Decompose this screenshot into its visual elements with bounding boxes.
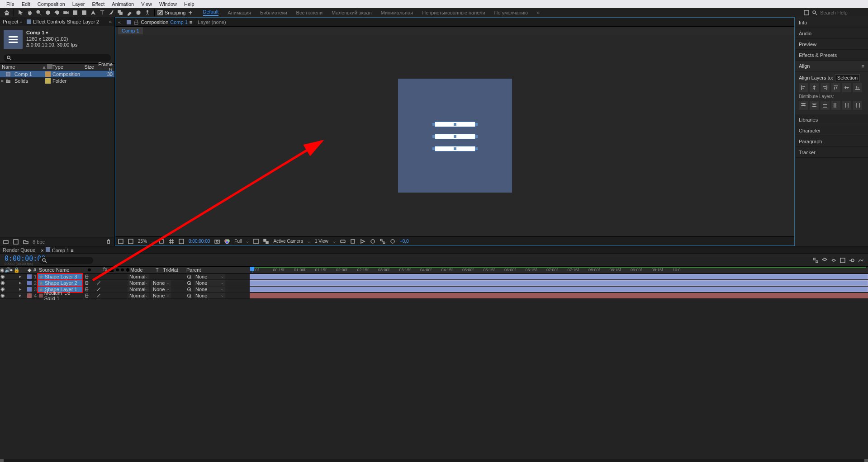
pickwhip-icon[interactable] xyxy=(186,287,192,292)
quality-switch-icon[interactable] xyxy=(98,267,103,273)
snapping-checkbox[interactable]: Snapping xyxy=(157,10,193,15)
expand-twirl-icon[interactable]: ▸ xyxy=(19,273,22,279)
t-col[interactable]: T xyxy=(156,267,163,273)
shy-switch-icon[interactable] xyxy=(87,267,92,273)
col-size[interactable]: Size xyxy=(82,64,96,70)
visibility-toggle[interactable]: ◉ xyxy=(0,286,5,292)
menu-effect[interactable]: Effect xyxy=(88,1,108,7)
label-color[interactable] xyxy=(27,274,32,279)
parent-dropdown[interactable]: None⌵ xyxy=(194,287,225,292)
quality-switch-icon[interactable] xyxy=(96,287,101,292)
label-color[interactable] xyxy=(27,281,32,285)
distribute-hcenter-icon[interactable] xyxy=(842,101,851,110)
distribute-vcenter-icon[interactable] xyxy=(810,101,819,110)
workspace-default-ru[interactable]: По умолчанию xyxy=(494,10,528,15)
layer-duration-bar[interactable] xyxy=(250,287,868,292)
layer-row-2[interactable]: ◉▸2Shape Layer 2Normal⌵None⌵None⌵ xyxy=(0,280,250,286)
layer-row-3[interactable]: ◉▸3Shape Layer 1Normal⌵None⌵None⌵ xyxy=(0,286,250,292)
character-panel[interactable]: Character xyxy=(795,125,868,136)
region-icon[interactable] xyxy=(253,239,259,244)
shape-layer-3-rect[interactable] xyxy=(435,122,475,127)
menu-edit[interactable]: Edit xyxy=(18,1,34,7)
visibility-toggle[interactable]: ◉ xyxy=(0,292,5,298)
layer-tab[interactable]: Layer (none) xyxy=(198,19,226,25)
reset-switch-icon[interactable] xyxy=(84,280,90,286)
audio-panel[interactable]: Audio xyxy=(795,28,868,39)
mode-col[interactable]: Mode xyxy=(130,267,156,273)
workspace-minimal[interactable]: Минимальная xyxy=(381,10,413,15)
3d-switch-icon[interactable] xyxy=(125,267,130,273)
comp-mini-flowchart-icon[interactable] xyxy=(813,258,818,263)
alpha-icon[interactable] xyxy=(118,239,123,244)
grid-icon[interactable] xyxy=(169,239,174,244)
layer-name-cell[interactable]: Medium ...e Solid 1 xyxy=(38,290,82,301)
exposure-value[interactable]: +0,0 xyxy=(400,239,409,244)
distribute-bottom-icon[interactable] xyxy=(821,101,830,110)
lock-icon[interactable] xyxy=(133,19,139,25)
hide-shy-icon[interactable] xyxy=(831,258,836,263)
distribute-left-icon[interactable] xyxy=(831,101,840,110)
track-row-1[interactable] xyxy=(250,273,868,280)
track-row-3[interactable] xyxy=(250,286,868,292)
composition-tab[interactable]: Composition Comp 1 ≡ xyxy=(126,19,192,25)
solid-layer[interactable] xyxy=(398,79,512,193)
align-panel-header[interactable]: Align≡ xyxy=(795,61,868,71)
layer-name-cell[interactable]: Shape Layer 2 xyxy=(38,280,82,286)
rotate-tool-icon[interactable] xyxy=(53,9,61,17)
layer-switches[interactable] xyxy=(82,274,128,279)
menu-animation[interactable]: Animation xyxy=(108,1,138,7)
source-name-col[interactable]: Source Name xyxy=(38,267,85,273)
menu-help[interactable]: Help xyxy=(180,1,198,7)
audio-col-icon[interactable]: 🔊 xyxy=(5,267,9,273)
orbit-tool-icon[interactable] xyxy=(44,9,52,17)
pan-behind-tool-icon[interactable] xyxy=(71,9,79,17)
parent-dropdown[interactable]: None⌵ xyxy=(194,274,225,279)
visibility-toggle[interactable]: ◉ xyxy=(0,280,5,286)
snapshot-icon[interactable] xyxy=(214,239,220,244)
eye-col-icon[interactable]: ◉ xyxy=(0,267,5,273)
transparency-icon[interactable] xyxy=(263,239,269,244)
align-vcenter-icon[interactable] xyxy=(842,83,851,92)
home-icon[interactable] xyxy=(3,9,11,17)
solo-col-icon[interactable]: ● xyxy=(9,267,14,273)
draft-3d-icon[interactable] xyxy=(822,258,827,263)
workspace-libraries[interactable]: Библиотеки xyxy=(260,10,287,15)
parent-dropdown[interactable]: None⌵ xyxy=(194,293,225,298)
mode-dropdown[interactable]: Normal⌵ xyxy=(128,274,149,279)
paragraph-panel[interactable]: Paragraph xyxy=(795,136,868,147)
view-dropdown[interactable]: 1 View xyxy=(315,239,328,244)
snapping-options-icon[interactable] xyxy=(188,10,193,15)
quality-switch-icon[interactable] xyxy=(96,280,101,286)
timecode-display[interactable]: 0:00:00:00 xyxy=(189,239,210,244)
timeline-comp-tab[interactable]: × Comp 1 ≡ xyxy=(41,247,74,253)
frameblend-switch-icon[interactable] xyxy=(109,267,114,273)
lock-col-icon[interactable]: 🔒 xyxy=(14,267,18,273)
selection-tool-icon[interactable] xyxy=(17,9,25,17)
trash-icon[interactable] xyxy=(105,239,112,245)
menu-view[interactable]: View xyxy=(138,1,156,7)
timeline-search[interactable] xyxy=(39,257,93,264)
menu-file[interactable]: File xyxy=(3,1,18,7)
project-item-comp[interactable]: Comp 1 Composition 30 xyxy=(0,71,114,77)
hand-tool-icon[interactable] xyxy=(26,9,34,17)
playhead[interactable] xyxy=(252,267,252,273)
preview-panel[interactable]: Preview xyxy=(795,39,868,50)
mode-dropdown[interactable]: Normal⌵ xyxy=(128,280,149,286)
viewer-back-icon[interactable]: « xyxy=(118,19,121,25)
quality-switch-icon[interactable] xyxy=(96,293,101,298)
mode-dropdown[interactable]: Normal⌵ xyxy=(128,293,149,298)
camera-dropdown[interactable]: Active Camera xyxy=(273,239,303,244)
workspace-undocked[interactable]: Непристыкованные панели xyxy=(422,10,485,15)
align-hcenter-icon[interactable] xyxy=(810,83,819,92)
vr-icon[interactable] xyxy=(340,239,346,244)
pickwhip-icon[interactable] xyxy=(186,280,192,286)
graph-editor-icon[interactable] xyxy=(858,258,863,263)
trkmat-col[interactable]: TrkMat xyxy=(163,267,186,273)
reset-switch-icon[interactable] xyxy=(84,293,90,298)
time-ruler[interactable]: :00f00:15f01:00f01:15f02:00f02:15f03:00f… xyxy=(250,267,868,273)
layer-duration-bar[interactable] xyxy=(250,280,868,286)
distribute-top-icon[interactable] xyxy=(799,101,808,110)
layer-row-4[interactable]: ◉▸4Medium ...e Solid 1Normal⌵None⌵None⌵ xyxy=(0,292,250,299)
project-item-solids[interactable]: ▸ Solids Folder xyxy=(0,77,114,84)
flowchart-icon[interactable] xyxy=(380,239,385,244)
